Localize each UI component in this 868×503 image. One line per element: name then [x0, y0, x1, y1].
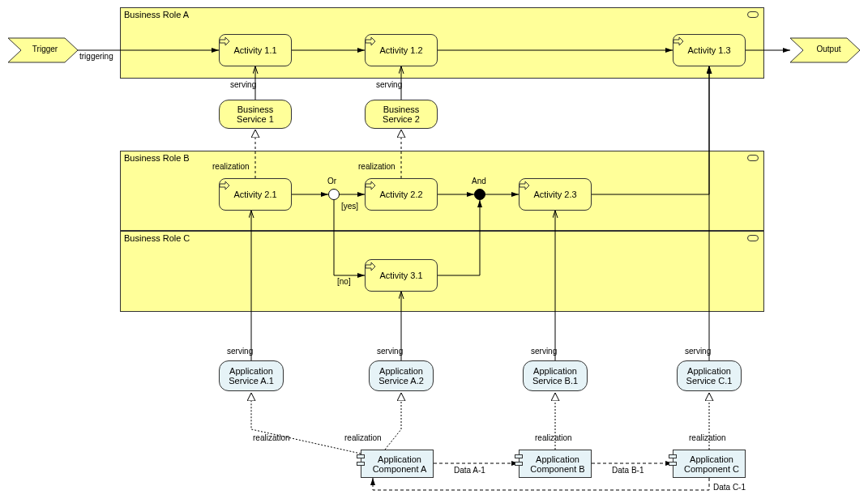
process-icon [673, 37, 683, 45]
process-icon [520, 181, 529, 190]
label: Application Service C.1 [682, 366, 736, 386]
activity-1-3[interactable]: Activity 1.3 [673, 34, 746, 66]
app-service-b1[interactable]: Application Service B.1 [523, 360, 588, 391]
label-realization: realization [358, 162, 396, 171]
app-component-a[interactable]: Application Component A [361, 450, 434, 478]
process-icon [220, 181, 229, 190]
label: Application Component B [523, 454, 588, 474]
app-service-c1[interactable]: Application Service C.1 [677, 360, 742, 391]
business-service-2[interactable]: Business Service 2 [365, 100, 438, 129]
label-realization: realization [689, 433, 726, 442]
edge-a23-a13 [592, 66, 709, 194]
app-service-a1[interactable]: Application Service A.1 [219, 360, 284, 391]
label-data-b1: Data B-1 [612, 466, 644, 475]
label: Activity 2.2 [379, 190, 422, 199]
label: Application Component A [365, 454, 430, 474]
label: Activity 1.2 [379, 45, 422, 55]
label-realization: realization [253, 433, 290, 442]
process-icon [366, 262, 375, 271]
edge-acA-asA1 [251, 393, 361, 454]
label: Activity 1.3 [687, 45, 730, 55]
app-component-c[interactable]: Application Component C [673, 450, 746, 478]
label-serving: serving [377, 347, 403, 356]
label: Activity 2.1 [233, 190, 276, 199]
activity-1-2[interactable]: Activity 1.2 [365, 34, 438, 66]
activity-2-1[interactable]: Activity 2.1 [219, 178, 292, 211]
label-yes: [yes] [341, 202, 358, 211]
activity-1-1[interactable]: Activity 1.1 [219, 34, 292, 66]
label-serving: serving [531, 347, 557, 356]
label: Activity 1.1 [233, 45, 276, 55]
label: Business Service 2 [370, 104, 432, 124]
label-triggering: triggering [79, 52, 113, 61]
label-data-c1: Data C-1 [713, 483, 746, 492]
event-output-label: Output [806, 45, 851, 53]
label: Application Service A.1 [224, 366, 278, 386]
app-service-a2[interactable]: Application Service A.2 [369, 360, 434, 391]
process-icon [366, 181, 375, 190]
label-realization: realization [212, 162, 250, 171]
process-icon [220, 37, 229, 45]
label-serving: serving [227, 347, 253, 356]
event-trigger-label: Trigger [23, 45, 67, 53]
label: Application Service B.1 [528, 366, 582, 386]
label: Activity 3.1 [379, 271, 422, 280]
activity-2-3[interactable]: Activity 2.3 [519, 178, 592, 211]
label: Activity 2.3 [533, 190, 576, 199]
label-no: [no] [337, 277, 351, 286]
edge-a31-and [438, 200, 480, 275]
label-serving: serving [230, 80, 256, 89]
label-data-a1: Data A-1 [454, 466, 485, 475]
edge-acC-acA [373, 478, 709, 490]
svg-layer [0, 0, 868, 503]
and-junction[interactable] [474, 189, 485, 200]
or-junction[interactable] [328, 189, 340, 200]
label: Application Service A.2 [374, 366, 428, 386]
edge-acA-asA2 [385, 393, 401, 450]
diagram-canvas: Business Role A Business Role B Business… [0, 0, 868, 503]
activity-3-1[interactable]: Activity 3.1 [365, 259, 438, 292]
edge-or-a31 [334, 200, 365, 275]
label: Business Service 1 [224, 104, 286, 124]
label-and: And [472, 177, 486, 185]
process-icon [366, 37, 375, 45]
app-component-b[interactable]: Application Component B [519, 450, 592, 478]
label-serving: serving [376, 80, 402, 89]
label-serving: serving [685, 347, 711, 356]
label-realization: realization [344, 433, 382, 442]
business-service-1[interactable]: Business Service 1 [219, 100, 292, 129]
label: Application Component C [677, 454, 742, 474]
label-or: Or [327, 177, 336, 185]
label-realization: realization [535, 433, 572, 442]
activity-2-2[interactable]: Activity 2.2 [365, 178, 438, 211]
